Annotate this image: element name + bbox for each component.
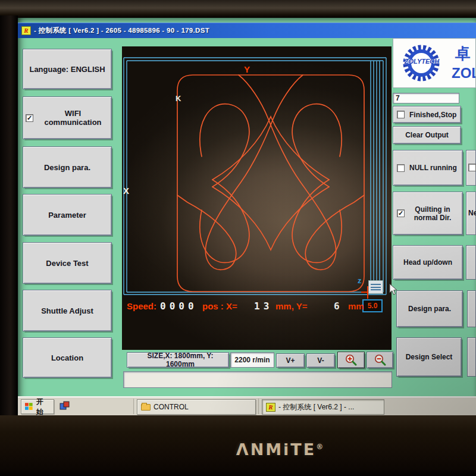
monitor-bezel-top bbox=[0, 0, 476, 18]
start-button[interactable]: 开始 bbox=[21, 399, 54, 414]
clipped-panel-label: Ne bbox=[468, 209, 476, 217]
pos-x-value: 13 bbox=[254, 300, 273, 312]
quilting-direction-panel[interactable]: ✓ Quilting in normal Dir. bbox=[393, 192, 463, 235]
design-preview-canvas[interactable]: Y K X z 5.0 Speed: 0000 pos : X= 13 mm, … bbox=[122, 46, 392, 350]
desk-shadow bbox=[0, 470, 476, 476]
language-button[interactable]: Language: ENGLISH bbox=[23, 49, 112, 89]
wifi-checkbox[interactable]: ✓ bbox=[26, 114, 33, 122]
null-running-label: NULL running bbox=[409, 164, 457, 172]
start-button-label: 开始 bbox=[36, 397, 50, 416]
design-para-button[interactable]: Design para. bbox=[396, 290, 463, 327]
head-updown-label: Head up/down bbox=[403, 258, 452, 267]
shuttle-adjust-button-label: Shuttle Adjust bbox=[41, 306, 93, 315]
taskbar-app-r-icon: R bbox=[266, 403, 275, 412]
head-updown-button[interactable]: Head up/down bbox=[393, 245, 463, 280]
scale-value-box: 5.0 bbox=[362, 299, 383, 312]
speed-value: 0000 bbox=[160, 300, 198, 312]
logo-cjk-char: 卓 bbox=[455, 43, 471, 64]
device-test-button-label: Device Test bbox=[46, 259, 88, 268]
wifi-button-label: WIFI communication bbox=[37, 109, 109, 127]
null-running-checkbox[interactable] bbox=[397, 164, 405, 172]
rpm-field[interactable]: 2200 r/min bbox=[230, 352, 274, 368]
design-para-sidebar-button[interactable]: Design para. bbox=[23, 146, 112, 188]
location-button-label: Location bbox=[51, 353, 83, 362]
axis-label-y: Y bbox=[244, 64, 250, 74]
app-r-icon: R bbox=[21, 26, 31, 35]
window-title-bar[interactable]: R - 控制系统 [ Ver6.2 ] - 2605 - 48985896 - … bbox=[18, 23, 476, 38]
clear-output-button[interactable]: Clear Output bbox=[393, 126, 461, 144]
counter-field[interactable]: 7 bbox=[393, 93, 459, 104]
quick-launch-icon[interactable] bbox=[60, 401, 70, 411]
quilting-pattern bbox=[177, 75, 364, 292]
taskbar: 开始 CONTROL R - 控制系统 [ Ver6.2 ] - ... bbox=[18, 396, 476, 415]
design-para-sidebar-label: Design para. bbox=[44, 163, 90, 172]
null-running-panel[interactable]: NULL running bbox=[393, 150, 463, 186]
axis-label-x: X bbox=[123, 186, 129, 196]
scale-value: 5.0 bbox=[368, 302, 378, 310]
quilting-direction-label: Quilting in normal Dir. bbox=[409, 205, 456, 222]
folder-icon bbox=[141, 404, 151, 411]
pos-label: pos : X= bbox=[202, 301, 237, 311]
brand-reg-mark: ® bbox=[316, 443, 323, 451]
z-slider-grip-icon[interactable] bbox=[368, 280, 383, 294]
monitor-photo: ΛNMiTE® R - 控制系统 [ Ver6.2 ] - 2605 - 489… bbox=[0, 0, 476, 476]
brand-text: ΛNMiTE bbox=[236, 440, 316, 459]
quilting-direction-checkbox[interactable]: ✓ bbox=[397, 209, 405, 217]
device-test-button[interactable]: Device Test bbox=[23, 242, 112, 284]
parameter-button-label: Parameter bbox=[48, 211, 86, 220]
location-button[interactable]: Location bbox=[23, 337, 112, 378]
pos-x-unit: mm, Y= bbox=[275, 301, 308, 311]
wifi-communication-button[interactable]: ✓ WIFI communication bbox=[23, 96, 112, 139]
clipped-panel-2[interactable]: Ne bbox=[466, 192, 476, 235]
taskbar-item-control[interactable]: CONTROL bbox=[137, 399, 256, 415]
clipped-panel-4[interactable] bbox=[467, 290, 476, 327]
axis-label-z: z bbox=[358, 276, 362, 285]
zoom-out-icon bbox=[374, 353, 387, 367]
taskbar-separator bbox=[133, 399, 134, 414]
speed-minus-button[interactable]: V- bbox=[306, 353, 335, 368]
taskbar-item-app-label: - 控制系统 [ Ver6.2 ] - ... bbox=[278, 402, 354, 412]
clipped-checkbox[interactable] bbox=[468, 164, 476, 171]
pos-y-unit: mm bbox=[348, 301, 364, 311]
design-para-label: Design para. bbox=[408, 305, 451, 313]
size-readout-label: SIZE,X: 1800mm, Y: 1600mm bbox=[132, 352, 228, 368]
speed-plus-button[interactable]: V+ bbox=[276, 353, 305, 368]
size-readout: SIZE,X: 1800mm, Y: 1600mm bbox=[127, 352, 229, 368]
pos-y-value: 6 bbox=[334, 300, 343, 312]
speed-minus-label: V- bbox=[317, 356, 324, 365]
finished-stop-checkbox[interactable] bbox=[397, 111, 405, 118]
window-title: - 控制系统 [ Ver6.2 ] - 2605 - 48985896 - 90… bbox=[34, 26, 209, 35]
zoom-out-button[interactable] bbox=[367, 352, 393, 368]
design-select-button[interactable]: Design Select bbox=[396, 337, 462, 377]
logo-partial-text: ZOL bbox=[452, 65, 476, 82]
rpm-value: 2200 r/min bbox=[234, 356, 270, 364]
language-button-label: Language: ENGLISH bbox=[29, 65, 105, 74]
parameter-button[interactable]: Parameter bbox=[23, 194, 112, 236]
taskbar-item-control-label: CONTROL bbox=[154, 403, 189, 411]
speed-label: Speed: bbox=[127, 301, 156, 311]
speed-plus-label: V+ bbox=[286, 356, 295, 365]
mouse-cursor-icon bbox=[389, 283, 398, 296]
logo-gear-text: ZOLYTECH bbox=[396, 58, 448, 65]
shuttle-adjust-button[interactable]: Shuttle Adjust bbox=[23, 290, 112, 331]
monitor-bezel-left bbox=[0, 15, 18, 420]
finished-stop-panel[interactable]: Finished,Stop bbox=[393, 106, 461, 123]
windows-flag-icon bbox=[25, 403, 33, 411]
monitor-brand-logo: ΛNMiTE® bbox=[0, 440, 476, 459]
taskbar-item-app[interactable]: R - 控制系统 [ Ver6.2 ] - ... bbox=[262, 399, 384, 415]
clipped-panel-1[interactable] bbox=[466, 150, 476, 186]
zolytech-logo-box: ZOLYTECH 卓 ZOL bbox=[393, 38, 476, 88]
finished-stop-label: Finished,Stop bbox=[409, 111, 456, 119]
taskbar-separator-2 bbox=[258, 399, 259, 414]
status-bar bbox=[123, 371, 392, 388]
zoom-in-icon bbox=[345, 353, 358, 367]
axis-label-k: K bbox=[176, 94, 181, 103]
counter-value: 7 bbox=[396, 94, 400, 102]
zoom-in-button[interactable] bbox=[337, 352, 365, 368]
clipped-panel-3[interactable] bbox=[466, 245, 476, 280]
clear-output-label: Clear Output bbox=[405, 131, 449, 139]
screen: R - 控制系统 [ Ver6.2 ] - 2605 - 48985896 - … bbox=[18, 18, 476, 415]
design-select-label: Design Select bbox=[406, 353, 453, 361]
clipped-panel-5[interactable] bbox=[467, 337, 476, 377]
